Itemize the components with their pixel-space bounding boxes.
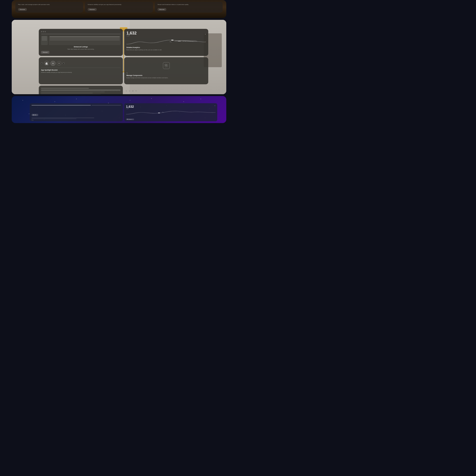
star-13 xyxy=(201,99,201,99)
divider xyxy=(41,68,120,68)
ctrl-btn-right: › xyxy=(63,62,65,64)
analytics-desc: Bento lets you adjust anything you like,… xyxy=(126,49,206,51)
star-4 xyxy=(54,102,55,102)
feature-card-3: Stream and broadcast videos in crystal-c… xyxy=(155,2,223,13)
card-analytics: 1,632 Clicks ▼ Chrome xyxy=(124,29,208,56)
svg-rect-2 xyxy=(165,64,166,66)
mock-search xyxy=(41,34,120,34)
star-10 xyxy=(151,98,152,99)
svg-text:↖: ↖ xyxy=(162,112,165,113)
chrome-circle-icon xyxy=(178,41,181,41)
main-bar-3 xyxy=(50,39,120,39)
mock-sidebar xyxy=(41,36,120,45)
main-bar-4 xyxy=(50,40,120,40)
svg-point-6 xyxy=(158,113,160,113)
s3-content-bar-2 xyxy=(32,119,76,119)
s3-right-bars xyxy=(32,118,121,119)
feature-card-2: Enhance visibility and get your app feat… xyxy=(85,2,153,13)
wide-card-title: Enhanced Listings xyxy=(74,46,88,48)
section-2: Enhanced Listings Tailor data display wi… xyxy=(12,20,226,94)
section-1: Plan, track, and manage projects with pr… xyxy=(12,0,226,18)
s3-chrome-label: Chrome xyxy=(128,119,132,120)
price-badge: $60.00 ↗ xyxy=(32,114,38,116)
spotlight-desc: Enhance visibility and get your app feat… xyxy=(41,71,120,73)
chrome-label: Chrome xyxy=(183,41,194,42)
svg-point-0 xyxy=(171,40,173,41)
ctrl-apple-icon xyxy=(44,61,49,66)
s3-card-pay: $60.00 ↗ Pay xyxy=(30,103,123,121)
nav-item-1 xyxy=(42,36,47,37)
svg-rect-5 xyxy=(167,66,168,67)
card-dots xyxy=(41,31,120,32)
ctrl-btn-left: ‹ xyxy=(41,62,43,64)
enhanced2-mock-header xyxy=(41,88,120,91)
manage-title: Manage Components xyxy=(126,75,206,76)
listing-row-2 xyxy=(41,93,93,93)
analytics-header: 1,632 Clicks ▼ xyxy=(126,31,206,37)
main-bar-2 xyxy=(50,38,120,38)
chrome-badge: Chrome xyxy=(174,40,197,42)
discover-button-2[interactable]: Discover xyxy=(88,8,97,11)
s3-filter-icon: ▼ xyxy=(214,105,216,109)
analytics-header-left: 1,632 Clicks xyxy=(126,31,136,37)
feature-card-2-desc: Enhance visibility and get your app feat… xyxy=(88,4,150,5)
section-3: $60.00 ↗ Pay 1,632 Clicks ▼ ↖ xyxy=(12,96,226,123)
svg-rect-3 xyxy=(165,66,166,67)
listing-row-3 xyxy=(41,94,101,94)
spotlight-controls: ‹ + › xyxy=(41,61,120,66)
analytics-chart: Chrome ↖ xyxy=(126,38,206,46)
svg-rect-4 xyxy=(167,64,168,65)
discover-button-1[interactable]: Discover xyxy=(18,8,27,11)
spotlight-title: App Spotlight Booster xyxy=(41,69,120,71)
feature-card-1-desc: Plan, track, and manage projects with pr… xyxy=(18,4,81,5)
star-5 xyxy=(76,99,77,99)
cursor-icon: ↗ xyxy=(36,115,37,116)
s3-spacer xyxy=(32,106,121,110)
s3-bar-1 xyxy=(32,105,91,105)
star-12 xyxy=(184,102,184,102)
dot-1 xyxy=(41,31,42,32)
cards-grid: Enhanced Listings Tailor data display wi… xyxy=(39,29,208,94)
listing-row-1 xyxy=(41,92,104,92)
card-manage: ↖ Manage Components Easily manage and sh… xyxy=(124,57,208,84)
card-enhanced-2: Enhanced Listings Tailor data display wi… xyxy=(39,86,123,94)
dot-2 xyxy=(43,31,44,32)
feature-card-3-desc: Stream and broadcast videos in crystal-c… xyxy=(157,4,220,5)
wide-card-discover-btn[interactable]: Discover xyxy=(41,51,49,54)
ctrl-x-icon xyxy=(57,61,61,66)
section-1-cards: Plan, track, and manage projects with pr… xyxy=(12,0,226,15)
s3-mini-bar xyxy=(32,105,121,105)
nav-item-2 xyxy=(42,38,47,38)
s3-analytics-left: 1,632 Clicks xyxy=(126,105,134,109)
s3-chrome-circle xyxy=(127,119,128,120)
star-8 xyxy=(130,100,130,101)
filter-icon: ▼ xyxy=(205,34,206,35)
listing-rows xyxy=(41,92,120,94)
ctrl-plus-icon: + xyxy=(51,61,55,66)
analytics-title: Detailed Analytics xyxy=(126,47,206,48)
card-enhanced-listings: Enhanced Listings Tailor data display wi… xyxy=(39,29,123,56)
component-icon xyxy=(163,62,170,69)
s3-content-bar-1 xyxy=(32,118,94,118)
s3-bar-2 xyxy=(91,105,121,105)
mock-main xyxy=(49,36,120,45)
wide-card-center-text: Enhanced Listings Tailor data display wi… xyxy=(41,46,120,54)
svg-text:↖: ↖ xyxy=(169,41,172,43)
s3-card-analytics: 1,632 Clicks ▼ ↖ Chrome + xyxy=(124,103,217,121)
mock-nav xyxy=(41,36,48,45)
star-1 xyxy=(22,100,23,101)
cursor-indicator: ↖ xyxy=(126,72,128,74)
discover-button-3[interactable]: Discover xyxy=(157,8,166,11)
pay-label: Pay xyxy=(32,119,121,121)
star-3 xyxy=(29,114,29,114)
s3-number: 1,632 xyxy=(126,105,134,108)
manage-icon-container xyxy=(126,60,206,71)
price-text: $60.00 xyxy=(33,114,36,116)
analytics-number: 1,632 xyxy=(126,31,136,35)
card-spotlight: ‹ + › App Spotlight Booster Enhance visi… xyxy=(39,57,123,84)
manage-header: ↖ xyxy=(126,72,206,74)
s3-wave-chart: ↖ xyxy=(126,109,216,116)
feature-card-1: Plan, track, and manage projects with pr… xyxy=(15,2,83,13)
wide-card-desc: Tailor data display with custom filters … xyxy=(68,48,94,50)
s3-chrome-badge: Chrome + xyxy=(126,119,134,120)
